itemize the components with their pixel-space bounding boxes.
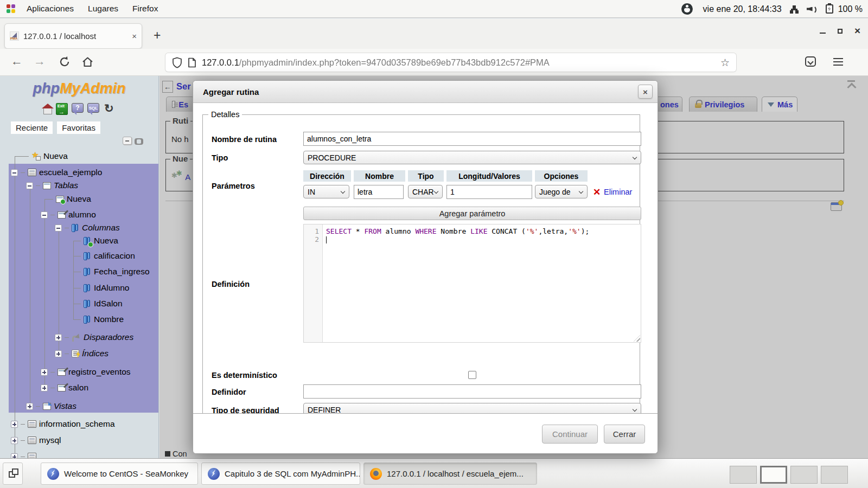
expand-icon[interactable] bbox=[26, 403, 33, 410]
definer-input[interactable] bbox=[303, 384, 641, 399]
battery-icon[interactable] bbox=[826, 4, 833, 14]
param-length-input[interactable] bbox=[446, 185, 532, 199]
param-charset-select[interactable]: Juego de bbox=[535, 185, 588, 198]
workspace-3[interactable] bbox=[790, 466, 818, 484]
url-text[interactable]: 127.0.0.1/phpmyadmin/index.php?token=947… bbox=[202, 57, 715, 68]
tree-item-mysql[interactable]: mysql bbox=[11, 434, 61, 447]
taskbar-window-firefox[interactable]: 127.0.0.1 / localhost / escuela_ejem... bbox=[363, 463, 537, 485]
pma-logout-icon[interactable] bbox=[56, 103, 68, 115]
param-type-select[interactable]: CHAR bbox=[408, 185, 443, 198]
close-button[interactable]: Cerrar bbox=[604, 425, 645, 444]
menu-firefox[interactable]: Firefox bbox=[125, 0, 165, 18]
tree-item-new-table[interactable]: Nueva bbox=[44, 192, 91, 206]
tree-item-information-schema[interactable]: information_schema bbox=[11, 418, 115, 431]
volume-icon[interactable] bbox=[807, 5, 818, 14]
collapse-all-icon[interactable] bbox=[123, 137, 132, 145]
tree-item-nombre[interactable]: Nombre bbox=[73, 313, 124, 326]
pma-home-icon[interactable] bbox=[43, 108, 52, 114]
expand-icon[interactable] bbox=[55, 334, 62, 341]
remove-param-link[interactable]: Eliminar bbox=[604, 188, 632, 196]
back-icon[interactable]: ← bbox=[11, 54, 23, 68]
param-name-input[interactable] bbox=[354, 185, 404, 199]
recent-tables-button[interactable]: Reciente bbox=[11, 121, 53, 134]
editor-code[interactable]: SELECT * FROM alumno WHERE Nombre LIKE C… bbox=[323, 224, 641, 342]
reload-icon[interactable] bbox=[59, 56, 71, 70]
home-icon[interactable] bbox=[81, 56, 94, 70]
tab-operations-clipped[interactable]: ones bbox=[654, 97, 682, 112]
tree-item-idalumno[interactable]: IdAlumno bbox=[73, 281, 129, 294]
menu-hamburger-icon[interactable] bbox=[833, 58, 843, 66]
expand-icon[interactable] bbox=[41, 369, 48, 376]
menu-places[interactable]: Lugares bbox=[81, 0, 125, 18]
dialog-close-button[interactable]: × bbox=[638, 85, 653, 99]
tree-item-idsalon[interactable]: IdSalon bbox=[73, 297, 123, 310]
show-desktop-button[interactable] bbox=[3, 463, 23, 485]
nav-collapse-arrow[interactable]: ← bbox=[162, 81, 173, 93]
tree-item-registro-eventos[interactable]: registro_eventos bbox=[41, 365, 131, 378]
deterministic-checkbox[interactable] bbox=[468, 371, 476, 379]
forward-icon[interactable]: → bbox=[34, 54, 46, 68]
taskbar-window-seamonkey-2[interactable]: Capitulo 3 de SQL com MyAdminPH... bbox=[201, 463, 360, 485]
continue-button[interactable]: Continuar bbox=[542, 425, 598, 444]
collapse-icon[interactable] bbox=[41, 211, 48, 219]
pocket-icon[interactable] bbox=[805, 56, 816, 67]
workspace-4[interactable] bbox=[821, 466, 848, 484]
url-bar[interactable]: 127.0.0.1/phpmyadmin/index.php?token=947… bbox=[165, 53, 736, 72]
tree-item-new-database[interactable]: Nueva bbox=[15, 150, 68, 163]
taskbar-window-seamonkey-1[interactable]: Welcome to CentOS - SeaMonkey bbox=[41, 463, 198, 485]
tree-item-tablas[interactable]: Tablas bbox=[26, 179, 78, 192]
tab-structure[interactable]: Es bbox=[166, 97, 194, 112]
tree-item-escuela-ejemplo[interactable]: escuela_ejemplo bbox=[11, 166, 102, 179]
expand-icon[interactable] bbox=[41, 384, 48, 391]
tree-item-vistas[interactable]: Vistas bbox=[26, 400, 76, 413]
maximize-icon[interactable] bbox=[838, 29, 843, 34]
add-parameter-button[interactable]: Agregar parámetro bbox=[303, 207, 641, 220]
tree-item-salon[interactable]: salon bbox=[41, 381, 88, 394]
close-window-icon[interactable]: × bbox=[854, 27, 860, 35]
expand-icon[interactable] bbox=[11, 437, 18, 444]
collapse-icon[interactable] bbox=[55, 224, 62, 232]
expand-icon[interactable] bbox=[55, 350, 62, 357]
workspace-1[interactable] bbox=[730, 466, 757, 484]
expand-icon[interactable] bbox=[11, 421, 18, 428]
collapse-icon[interactable] bbox=[26, 182, 33, 189]
tab-close-icon[interactable]: × bbox=[132, 31, 137, 41]
tree-item-columnas[interactable]: Columnas bbox=[55, 221, 120, 234]
tree-item-fecha-ingreso[interactable]: Fecha_ingreso bbox=[73, 265, 150, 278]
tree-item-new-column[interactable]: Nueva bbox=[73, 234, 118, 247]
tree-item-indices[interactable]: Índices bbox=[55, 347, 108, 360]
network-icon[interactable] bbox=[790, 5, 799, 14]
tree-item-partial[interactable] bbox=[11, 450, 36, 458]
tree-item-alumno[interactable]: alumno bbox=[41, 208, 96, 221]
open-window-icon[interactable] bbox=[831, 202, 842, 211]
pma-refresh-icon[interactable] bbox=[103, 103, 115, 115]
expand-icon[interactable] bbox=[11, 453, 18, 459]
bookmark-star-icon[interactable]: ☆ bbox=[720, 56, 730, 69]
tree-item-calificacion[interactable]: calificacion bbox=[73, 249, 135, 262]
shield-icon[interactable] bbox=[172, 57, 182, 68]
pma-sql-icon[interactable] bbox=[87, 103, 99, 113]
accessibility-icon[interactable] bbox=[681, 3, 693, 15]
security-type-select[interactable]: DEFINER bbox=[303, 403, 641, 414]
scroll-top-icon[interactable] bbox=[847, 80, 856, 88]
browser-tab[interactable]: 127.0.0.1 / localhost × bbox=[4, 23, 142, 49]
collapse-icon[interactable] bbox=[11, 169, 18, 176]
pma-help-icon[interactable] bbox=[72, 103, 84, 113]
add-routine-link[interactable]: A bbox=[185, 172, 190, 182]
link-with-main-icon[interactable] bbox=[135, 138, 143, 143]
param-direction-select[interactable]: IN bbox=[303, 185, 349, 198]
favorite-tables-button[interactable]: Favoritas bbox=[57, 121, 100, 134]
clock[interactable]: vie ene 20, 18:44:33 bbox=[703, 4, 782, 14]
type-select[interactable]: PROCEDURE bbox=[303, 151, 641, 164]
routine-name-input[interactable] bbox=[303, 132, 641, 146]
minimize-icon[interactable] bbox=[820, 33, 826, 34]
dialog-titlebar[interactable]: Agregar rutina bbox=[193, 81, 658, 103]
definition-editor[interactable]: 1 2 SELECT * FROM alumno WHERE Nombre LI… bbox=[303, 224, 641, 343]
tab-more[interactable]: Más bbox=[762, 97, 797, 112]
workspace-2-active[interactable] bbox=[760, 466, 787, 484]
tab-privileges[interactable]: Privilegios bbox=[689, 97, 757, 112]
tree-item-disparadores[interactable]: Disparadores bbox=[55, 331, 133, 344]
menu-applications[interactable]: Aplicaciones bbox=[20, 0, 81, 18]
new-tab-button[interactable]: + bbox=[154, 29, 161, 42]
remove-param-x-icon[interactable]: ✕ bbox=[593, 187, 601, 198]
